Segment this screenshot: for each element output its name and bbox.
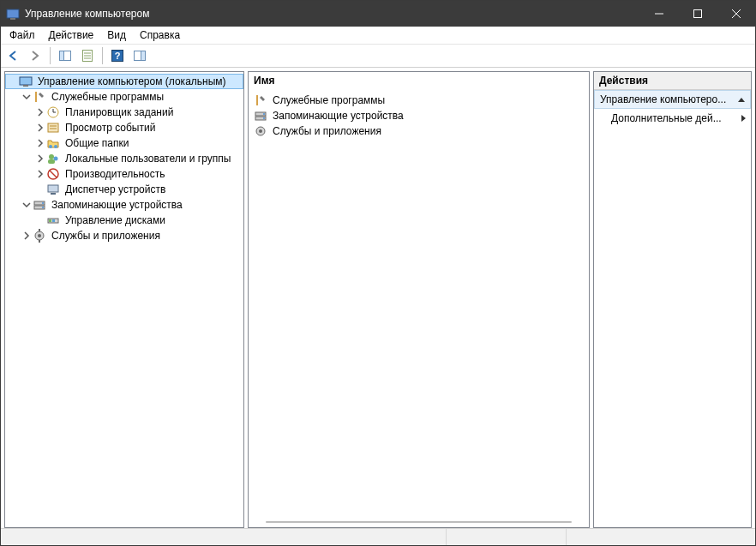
actions-more[interactable]: Дополнительные дей... [594,109,751,128]
list-item-storage[interactable]: Запоминающие устройства [250,108,587,123]
svg-rect-32 [48,185,58,192]
svg-point-25 [49,145,52,148]
svg-point-26 [54,145,57,148]
svg-point-51 [259,129,262,133]
forward-button[interactable] [25,45,45,66]
tree-performance[interactable]: Производительность [33,166,243,182]
tree-root[interactable]: Управление компьютером (локальным) [5,74,243,89]
tree-performance-label: Производительность [63,168,166,180]
menu-file[interactable]: Файл [3,27,42,43]
show-hide-action-pane-button[interactable] [129,45,150,66]
status-segment [447,529,567,545]
tree-services-apps-label: Службы и приложения [50,230,162,242]
tools-icon [33,90,46,104]
device-manager-icon [46,183,60,196]
menu-help[interactable]: Справка [133,27,187,43]
svg-text:?: ? [115,51,121,61]
list-body: Служебные программы Запоминающие устройс… [249,91,589,519]
tree-services-apps[interactable]: Службы и приложения [19,228,243,243]
twisty-closed-icon[interactable] [34,106,46,118]
title-bar: Управление компьютером [1,1,755,27]
menu-action[interactable]: Действие [42,27,101,43]
menu-view[interactable]: Вид [100,27,133,43]
svg-rect-44 [39,240,40,243]
svg-rect-17 [23,85,28,87]
services-icon [33,229,46,243]
svg-rect-45 [256,95,258,105]
svg-point-37 [42,207,44,208]
tools-icon [254,93,267,107]
tree-shared-folders-label: Общие папки [63,137,130,149]
tree-root-label: Управление компьютером (локальным) [36,75,228,87]
svg-rect-7 [60,51,64,61]
actions-more-label: Дополнительные дей... [611,112,722,124]
toolbar-separator [102,47,103,64]
tree-local-users[interactable]: Локальные пользователи и группы [33,151,243,166]
toolbar: ? [1,44,755,68]
disk-icon [46,213,60,227]
tree-disk-management[interactable]: Управление дисками [33,213,243,228]
status-segment [567,529,755,545]
properties-button[interactable] [77,45,98,66]
svg-rect-1 [10,18,15,20]
tree-storage[interactable]: Запоминающие устройства [19,197,243,213]
svg-rect-39 [49,219,51,222]
svg-rect-0 [7,9,19,18]
status-segment [1,529,447,545]
help-button[interactable]: ? [107,45,128,66]
svg-point-48 [263,113,265,115]
list-item-services-apps[interactable]: Службы и приложения [250,123,587,139]
tree-storage-label: Запоминающие устройства [50,199,184,211]
actions-header: Действия [594,72,751,90]
svg-rect-33 [51,193,56,195]
svg-point-36 [42,202,44,204]
menu-bar: Файл Действие Вид Справка [1,27,755,44]
svg-point-27 [49,154,54,159]
event-viewer-icon [46,121,60,135]
tree-shared-folders[interactable]: Общие папки [33,135,243,151]
twisty-closed-icon[interactable] [34,153,46,165]
main-area: Управление компьютером (локальным) Служе… [1,68,755,528]
list-header-name[interactable]: Имя [249,72,589,91]
twisty-closed-icon[interactable] [34,168,46,180]
twisty-open-icon[interactable] [21,91,33,103]
tree-system-tools[interactable]: Служебные программы [19,89,243,105]
app-icon [6,7,20,21]
svg-rect-16 [20,77,32,85]
tree-event-viewer[interactable]: Просмотр событий [33,120,243,135]
twisty-closed-icon[interactable] [21,230,33,242]
list-item-system-tools[interactable]: Служебные программы [250,93,587,108]
tree-task-scheduler-label: Планировщик заданий [63,106,175,118]
shared-folders-icon [46,136,60,150]
maximize-button[interactable] [678,1,717,27]
show-hide-tree-button[interactable] [55,45,75,66]
svg-rect-22 [48,123,58,132]
status-bar [1,528,755,545]
horizontal-scrollbar[interactable] [266,519,572,525]
tree-local-users-label: Локальные пользователи и группы [63,153,232,165]
users-icon [46,152,60,165]
services-icon [254,124,267,138]
actions-group-title[interactable]: Управление компьютеро... [594,90,751,109]
svg-rect-29 [48,159,55,164]
svg-point-42 [38,234,41,237]
twisty-closed-icon[interactable] [34,137,46,149]
twisty-open-icon[interactable] [21,199,33,211]
computer-management-icon [19,75,33,88]
window-title: Управление компьютером [25,8,639,20]
performance-icon [46,167,60,181]
tree-task-scheduler[interactable]: Планировщик заданий [33,105,243,120]
svg-rect-3 [693,10,701,18]
collapse-icon [738,98,745,102]
close-button[interactable] [717,1,755,27]
submenu-icon [741,115,746,122]
tree-event-viewer-label: Просмотр событий [63,122,157,134]
list-item-label: Служебные программы [273,94,385,106]
back-button[interactable] [3,45,23,66]
minimize-button[interactable] [639,1,678,27]
tree-device-manager[interactable]: Диспетчер устройств [33,182,243,197]
list-pane: Имя Служебные программы Запоминающие уст… [248,71,590,528]
clock-icon [46,105,60,119]
toolbar-separator [50,47,51,64]
twisty-closed-icon[interactable] [34,122,46,134]
